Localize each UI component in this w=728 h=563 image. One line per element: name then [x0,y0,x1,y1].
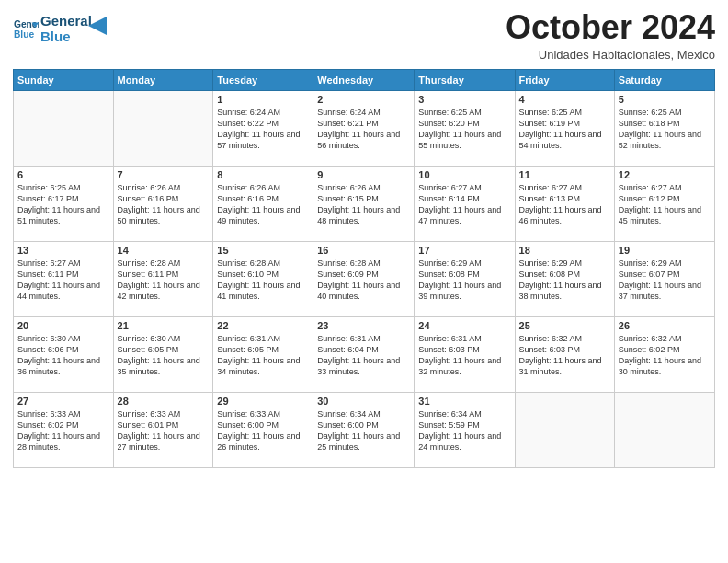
table-row: 19Sunrise: 6:29 AMSunset: 6:07 PMDayligh… [614,241,714,316]
day-number: 2 [317,94,410,105]
cell-info: Sunrise: 6:31 AMSunset: 6:03 PMDaylight:… [418,333,510,378]
title-block: October 2024 Unidades Habitacionales, Me… [506,9,715,62]
cell-info: Sunrise: 6:26 AMSunset: 6:16 PMDaylight:… [118,182,210,227]
table-row: 17Sunrise: 6:29 AMSunset: 6:08 PMDayligh… [415,241,515,316]
table-row [14,90,114,166]
cell-info: Sunrise: 6:25 AMSunset: 6:20 PMDaylight:… [418,107,510,152]
cell-info: Sunrise: 6:32 AMSunset: 6:03 PMDaylight:… [519,333,610,378]
table-row: 8Sunrise: 6:26 AMSunset: 6:16 PMDaylight… [213,166,313,241]
table-row: 24Sunrise: 6:31 AMSunset: 6:03 PMDayligh… [415,316,515,392]
table-row: 16Sunrise: 6:28 AMSunset: 6:09 PMDayligh… [313,241,415,316]
day-number: 27 [17,396,109,407]
calendar-header-row: Sunday Monday Tuesday Wednesday Thursday… [14,69,715,90]
table-row: 7Sunrise: 6:26 AMSunset: 6:16 PMDaylight… [113,166,213,241]
logo-text-blue: Blue [40,29,92,44]
table-row: 1Sunrise: 6:24 AMSunset: 6:22 PMDaylight… [213,90,313,166]
col-wednesday: Wednesday [313,69,415,90]
table-row: 12Sunrise: 6:27 AMSunset: 6:12 PMDayligh… [614,166,714,241]
cell-info: Sunrise: 6:27 AMSunset: 6:14 PMDaylight:… [418,182,510,227]
table-row: 11Sunrise: 6:27 AMSunset: 6:13 PMDayligh… [515,166,614,241]
calendar-week-row: 20Sunrise: 6:30 AMSunset: 6:06 PMDayligh… [14,316,715,392]
calendar-week-row: 27Sunrise: 6:33 AMSunset: 6:02 PMDayligh… [14,392,715,467]
calendar-week-row: 13Sunrise: 6:27 AMSunset: 6:11 PMDayligh… [14,241,715,316]
cell-info: Sunrise: 6:24 AMSunset: 6:22 PMDaylight:… [217,107,309,152]
day-number: 7 [118,169,210,180]
table-row: 10Sunrise: 6:27 AMSunset: 6:14 PMDayligh… [415,166,515,241]
table-row: 15Sunrise: 6:28 AMSunset: 6:10 PMDayligh… [213,241,313,316]
logo-icon: General Blue [13,16,39,41]
logo-text-general: General [40,13,92,29]
table-row [614,392,714,467]
day-number: 8 [217,169,309,180]
cell-info: Sunrise: 6:29 AMSunset: 6:08 PMDaylight:… [519,258,610,303]
cell-info: Sunrise: 6:30 AMSunset: 6:05 PMDaylight:… [118,333,210,378]
cell-info: Sunrise: 6:25 AMSunset: 6:18 PMDaylight:… [619,107,711,152]
table-row: 9Sunrise: 6:26 AMSunset: 6:15 PMDaylight… [313,166,415,241]
day-number: 4 [519,94,610,105]
col-friday: Friday [515,69,614,90]
day-number: 24 [418,320,510,331]
table-row: 29Sunrise: 6:33 AMSunset: 6:00 PMDayligh… [213,392,313,467]
table-row: 28Sunrise: 6:33 AMSunset: 6:01 PMDayligh… [113,392,213,467]
day-number: 18 [519,245,610,256]
page: General Blue General Blue October 2024 U… [0,0,728,563]
day-number: 26 [619,320,711,331]
day-number: 5 [619,94,711,105]
cell-info: Sunrise: 6:33 AMSunset: 6:01 PMDaylight:… [118,408,210,454]
svg-marker-4 [88,17,107,35]
col-saturday: Saturday [614,69,714,90]
month-title: October 2024 [506,9,715,46]
table-row [515,392,614,467]
day-number: 20 [17,320,109,331]
header: General Blue General Blue October 2024 U… [13,9,715,62]
day-number: 1 [217,94,309,105]
day-number: 3 [418,94,510,105]
table-row: 3Sunrise: 6:25 AMSunset: 6:20 PMDaylight… [415,90,515,166]
calendar-week-row: 1Sunrise: 6:24 AMSunset: 6:22 PMDaylight… [14,90,715,166]
table-row: 18Sunrise: 6:29 AMSunset: 6:08 PMDayligh… [515,241,614,316]
col-sunday: Sunday [14,69,114,90]
table-row: 30Sunrise: 6:34 AMSunset: 6:00 PMDayligh… [313,392,415,467]
cell-info: Sunrise: 6:32 AMSunset: 6:02 PMDaylight:… [619,333,711,378]
day-number: 12 [619,169,711,180]
cell-info: Sunrise: 6:30 AMSunset: 6:06 PMDaylight:… [17,333,109,378]
day-number: 30 [317,396,410,407]
table-row: 31Sunrise: 6:34 AMSunset: 5:59 PMDayligh… [415,392,515,467]
table-row: 23Sunrise: 6:31 AMSunset: 6:04 PMDayligh… [313,316,415,392]
day-number: 23 [317,320,410,331]
day-number: 31 [418,396,510,407]
day-number: 11 [519,169,610,180]
table-row: 22Sunrise: 6:31 AMSunset: 6:05 PMDayligh… [213,316,313,392]
svg-text:Blue: Blue [14,30,35,40]
subtitle: Unidades Habitacionales, Mexico [506,48,715,62]
cell-info: Sunrise: 6:27 AMSunset: 6:13 PMDaylight:… [519,182,610,227]
cell-info: Sunrise: 6:34 AMSunset: 5:59 PMDaylight:… [418,408,510,454]
day-number: 6 [17,169,109,180]
day-number: 14 [118,245,210,256]
table-row: 20Sunrise: 6:30 AMSunset: 6:06 PMDayligh… [14,316,114,392]
day-number: 10 [418,169,510,180]
logo: General Blue General Blue [13,13,107,45]
col-tuesday: Tuesday [213,69,313,90]
day-number: 19 [619,245,711,256]
cell-info: Sunrise: 6:24 AMSunset: 6:21 PMDaylight:… [317,107,410,152]
table-row: 13Sunrise: 6:27 AMSunset: 6:11 PMDayligh… [14,241,114,316]
col-monday: Monday [113,69,213,90]
table-row: 5Sunrise: 6:25 AMSunset: 6:18 PMDaylight… [614,90,714,166]
table-row: 6Sunrise: 6:25 AMSunset: 6:17 PMDaylight… [14,166,114,241]
day-number: 17 [418,245,510,256]
cell-info: Sunrise: 6:28 AMSunset: 6:09 PMDaylight:… [317,258,410,303]
cell-info: Sunrise: 6:27 AMSunset: 6:11 PMDaylight:… [17,258,109,303]
logo-arrow-icon [88,17,107,35]
col-thursday: Thursday [415,69,515,90]
table-row: 26Sunrise: 6:32 AMSunset: 6:02 PMDayligh… [614,316,714,392]
cell-info: Sunrise: 6:31 AMSunset: 6:05 PMDaylight:… [217,333,309,378]
day-number: 9 [317,169,410,180]
day-number: 25 [519,320,610,331]
table-row: 2Sunrise: 6:24 AMSunset: 6:21 PMDaylight… [313,90,415,166]
cell-info: Sunrise: 6:26 AMSunset: 6:16 PMDaylight:… [217,182,309,227]
calendar-table: Sunday Monday Tuesday Wednesday Thursday… [13,69,715,468]
calendar-week-row: 6Sunrise: 6:25 AMSunset: 6:17 PMDaylight… [14,166,715,241]
table-row: 14Sunrise: 6:28 AMSunset: 6:11 PMDayligh… [113,241,213,316]
day-number: 16 [317,245,410,256]
